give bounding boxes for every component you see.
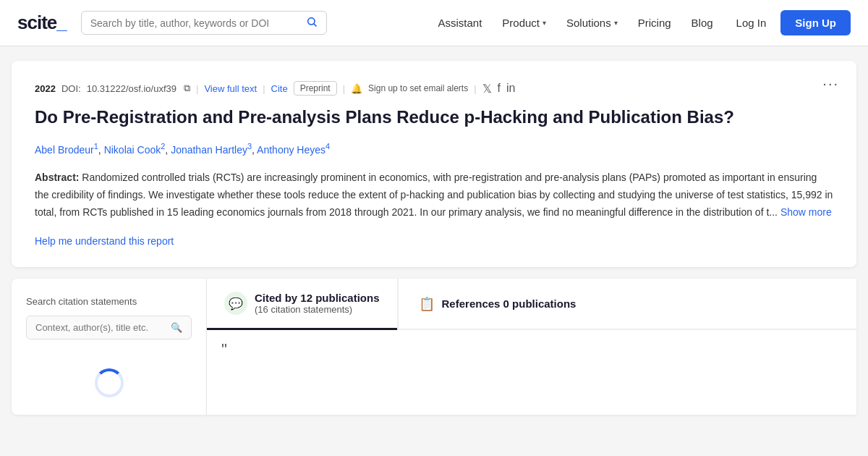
references-tab-icon: 📋 <box>419 296 435 312</box>
nav-links: Assistant Product ▾ Solutions ▾ Pricing … <box>429 10 851 35</box>
citation-search-box[interactable]: 🔍 <box>26 316 192 339</box>
paper-year: 2022 <box>35 83 56 94</box>
login-button[interactable]: Log In <box>725 11 778 35</box>
email-alert-text[interactable]: Sign up to set email alerts <box>368 83 468 93</box>
paper-authors: Abel Brodeur1, Nikolai Cook2, Jonathan H… <box>35 140 833 158</box>
show-more-link[interactable]: Show more <box>780 206 832 218</box>
author-1[interactable]: Abel Brodeur <box>35 144 94 156</box>
cite-link[interactable]: Cite <box>271 83 288 94</box>
search-small-icon: 🔍 <box>171 322 182 333</box>
citation-search-input[interactable] <box>35 322 166 333</box>
cited-tabs: 💬 Cited by 12 publications (16 citation … <box>207 279 856 330</box>
references-tab[interactable]: 📋 References 0 publications <box>398 279 597 329</box>
nav-item-assistant[interactable]: Assistant <box>429 11 490 35</box>
twitter-icon[interactable]: 𝕏 <box>482 82 492 96</box>
nav-item-pricing[interactable]: Pricing <box>629 11 680 35</box>
paper-doi: 10.31222/osf.io/uxf39 <box>87 83 176 94</box>
search-input[interactable] <box>90 17 300 29</box>
citations-sidebar: Search citation statements 🔍 <box>12 279 207 415</box>
cited-by-tab[interactable]: 💬 Cited by 12 publications (16 citation … <box>207 279 397 330</box>
svg-line-1 <box>314 24 316 26</box>
chevron-down-icon: ▾ <box>614 19 618 27</box>
paper-card: ··· 2022 DOI: 10.31222/osf.io/uxf39 ⧉ | … <box>12 61 856 267</box>
nav-item-product[interactable]: Product ▾ <box>493 11 555 35</box>
paper-abstract: Abstract: Randomized controlled trials (… <box>35 169 833 221</box>
nav-item-blog[interactable]: Blog <box>683 11 722 35</box>
paper-title: Do Pre-Registration and Pre-analysis Pla… <box>35 106 833 129</box>
chevron-down-icon: ▾ <box>542 19 546 27</box>
linkedin-icon[interactable]: in <box>506 82 515 95</box>
navbar: scite_ Assistant Product ▾ Solutions ▾ P… <box>0 0 868 46</box>
view-full-text-link[interactable]: View full text <box>204 83 257 94</box>
signup-button[interactable]: Sign Up <box>780 10 851 35</box>
bottom-section: Search citation statements 🔍 💬 Cited by … <box>12 279 856 415</box>
author-4[interactable]: Anthony Heyes <box>257 144 326 156</box>
cited-panel: 💬 Cited by 12 publications (16 citation … <box>207 279 856 415</box>
logo: scite_ <box>17 12 67 34</box>
paper-meta: 2022 DOI: 10.31222/osf.io/uxf39 ⧉ | View… <box>35 81 833 96</box>
citation-statements-count: (16 citation statements) <box>255 304 380 315</box>
paper-doi-label: DOI: <box>61 83 81 94</box>
help-understand-link[interactable]: Help me understand this report <box>35 235 174 247</box>
abstract-text: Randomized controlled trials (RCTs) are … <box>35 172 833 218</box>
quote-icon: " <box>221 340 227 358</box>
preprint-badge: Preprint <box>294 81 337 96</box>
search-bar[interactable] <box>81 11 327 35</box>
search-icon <box>306 16 318 30</box>
cited-content: " <box>207 330 856 369</box>
references-tab-label: References 0 publications <box>442 297 576 310</box>
abstract-label: Abstract: <box>35 172 79 183</box>
author-3[interactable]: Jonathan Hartley <box>171 144 247 156</box>
facebook-icon[interactable]: f <box>498 82 501 95</box>
search-citations-heading: Search citation statements <box>26 296 192 307</box>
loading-spinner <box>26 368 192 397</box>
main-content: ··· 2022 DOI: 10.31222/osf.io/uxf39 ⧉ | … <box>0 61 868 415</box>
more-options-button[interactable]: ··· <box>822 75 839 92</box>
cited-by-label: Cited by 12 publications <box>255 292 380 304</box>
author-2[interactable]: Nikolai Cook <box>104 144 161 156</box>
doi-copy-button[interactable]: ⧉ <box>184 83 190 94</box>
social-icons: 𝕏 f in <box>482 82 516 96</box>
nav-item-solutions[interactable]: Solutions ▾ <box>558 11 626 35</box>
cited-tab-icon: 💬 <box>224 292 247 315</box>
bell-icon: 🔔 <box>351 83 362 94</box>
